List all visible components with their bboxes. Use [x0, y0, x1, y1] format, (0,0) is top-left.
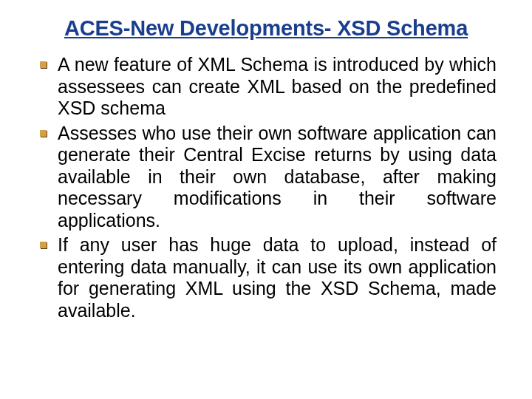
- list-item: Assesses who use their own software appl…: [35, 123, 497, 232]
- bullet-list: A new feature of XML Schema is introduce…: [35, 54, 497, 321]
- list-item: A new feature of XML Schema is introduce…: [35, 54, 497, 120]
- slide-title: ACES-New Developments- XSD Schema: [35, 16, 497, 41]
- list-item: If any user has huge data to upload, ins…: [35, 234, 497, 321]
